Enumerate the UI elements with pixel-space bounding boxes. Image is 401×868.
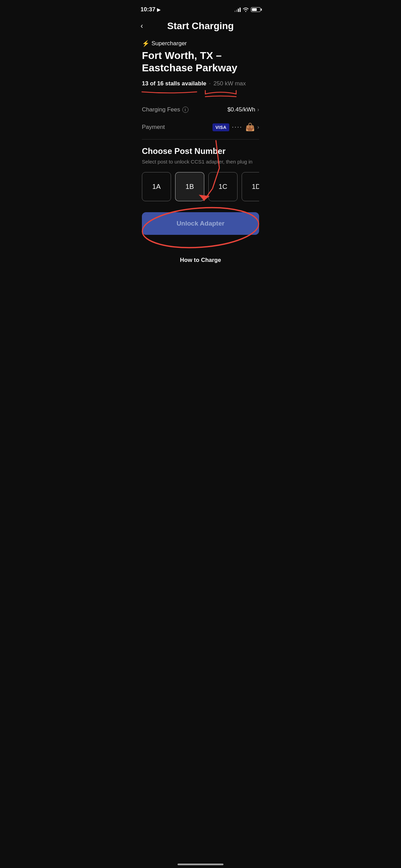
charging-fees-row[interactable]: Charging Fees i $0.45/kWh ›: [142, 101, 259, 118]
fees-label: Charging Fees: [142, 106, 180, 113]
visa-badge: VISA: [212, 123, 229, 131]
fees-chevron: ›: [257, 107, 259, 113]
unlock-adapter-button[interactable]: Unlock Adapter: [142, 212, 259, 235]
supercharger-label: ⚡ Supercharger: [142, 40, 259, 47]
stalls-available: 13 of 16 stalls available: [142, 80, 206, 87]
stalls-separator: ·: [209, 80, 211, 87]
red-annotation-lines: [142, 89, 259, 99]
fees-rate: $0.45/kWh: [227, 106, 255, 113]
status-time: 10:37 ▶: [141, 6, 160, 13]
status-icons: [234, 7, 260, 12]
time-display: 10:37: [141, 6, 155, 13]
max-power: 250 kW max: [214, 80, 246, 87]
post-button-1a[interactable]: 1A: [142, 172, 171, 201]
location-name: Fort Worth, TX – Eastchase Parkway: [142, 49, 259, 74]
choose-post-subtitle: Select post to unlock CCS1 adapter, then…: [142, 158, 259, 165]
stalls-row: 13 of 16 stalls available · 250 kW max: [142, 80, 259, 87]
posts-scroll: 1A 1B 1C 1D 2A: [142, 172, 259, 203]
annotation-lines: [142, 89, 259, 99]
fees-right: $0.45/kWh ›: [227, 106, 259, 113]
info-icon[interactable]: i: [182, 107, 189, 113]
how-to-charge-link[interactable]: How to Charge: [142, 254, 259, 266]
main-content: ⚡ Supercharger Fort Worth, TX – Eastchas…: [134, 37, 267, 275]
post-button-1b[interactable]: 1B: [175, 172, 204, 201]
supercharger-text: Supercharger: [151, 40, 187, 47]
card-dots: ····: [232, 124, 243, 131]
signal-icon: [234, 7, 241, 12]
post-button-1d[interactable]: 1D: [242, 172, 259, 201]
location-icon: ▶: [157, 7, 160, 12]
payment-label: Payment: [142, 124, 165, 131]
wifi-icon: [243, 7, 249, 12]
payment-right: VISA ···· 👜 ›: [212, 123, 259, 132]
bolt-icon: ⚡: [142, 40, 149, 47]
payment-row[interactable]: Payment VISA ···· 👜 ›: [142, 118, 259, 136]
fees-left: Charging Fees i: [142, 106, 189, 113]
choose-post-title: Choose Post Number: [142, 146, 259, 156]
battery-icon: [251, 7, 260, 12]
nav-bar: ‹ Start Charging: [134, 17, 267, 37]
divider: [142, 139, 259, 140]
post-button-1c[interactable]: 1C: [208, 172, 238, 201]
status-bar: 10:37 ▶: [134, 0, 267, 17]
unlock-btn-label: Unlock Adapter: [177, 220, 224, 227]
card-icon: 👜: [245, 123, 255, 132]
page-title: Start Charging: [167, 21, 234, 32]
back-button[interactable]: ‹: [141, 22, 143, 30]
payment-chevron: ›: [257, 124, 259, 130]
